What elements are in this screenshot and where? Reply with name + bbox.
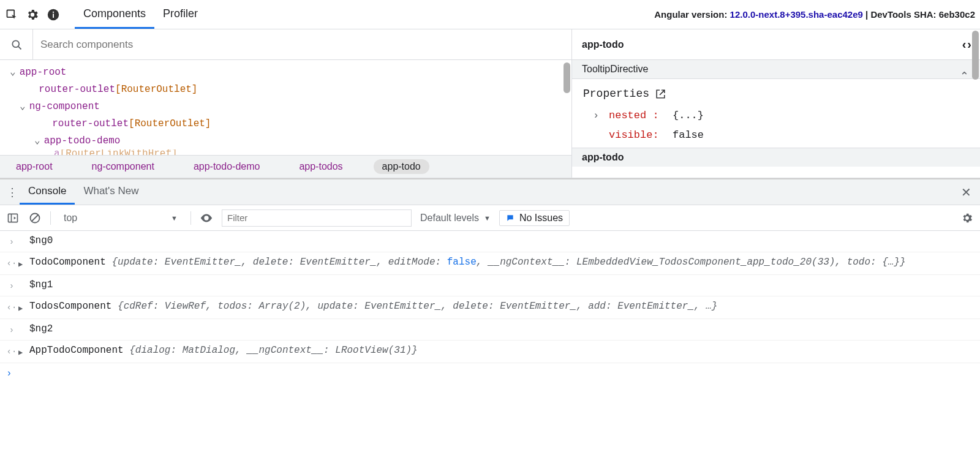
console-input-line: › $ng1: [0, 275, 980, 296]
tab-console[interactable]: Console: [20, 179, 75, 205]
property-row[interactable]: › nested : {...}: [583, 106, 970, 126]
console-output-line: ‹· ▶ AppTodoComponent {dialog: MatDialog…: [0, 341, 980, 363]
output-chevron-icon: ‹·: [5, 342, 18, 360]
more-icon[interactable]: ⋮: [5, 186, 20, 199]
tree-node[interactable]: ⌄ng-component: [5, 98, 571, 115]
context-selector[interactable]: top ▼: [59, 211, 182, 225]
svg-rect-6: [9, 214, 18, 222]
clear-console-icon[interactable]: [28, 211, 42, 225]
selected-component: app-todo: [582, 39, 624, 50]
breadcrumb: app-root ng-component app-todo-demo app-…: [0, 155, 571, 178]
log-levels-selector[interactable]: Default levels ▼: [420, 213, 491, 224]
crumb-item[interactable]: app-todo-demo: [185, 159, 269, 174]
component-tree-pane: ⌄app-root router-outlet[RouterOutlet] ⌄n…: [0, 29, 572, 178]
svg-line-5: [18, 46, 21, 49]
eye-icon[interactable]: [200, 211, 213, 225]
drawer-tabs: ⋮ Console What's New ✕: [0, 179, 980, 205]
version-link[interactable]: 12.0.0-next.8+395.sha-eac42e9: [730, 9, 863, 20]
crumb-item[interactable]: app-todos: [290, 159, 351, 174]
tree-node[interactable]: a[RouterLinkWithHref]: [5, 149, 571, 155]
crumb-item[interactable]: ng-component: [83, 159, 163, 174]
gear-icon[interactable]: [26, 8, 39, 21]
version-info: Angular version: 12.0.0-next.8+395.sha-e…: [654, 9, 975, 20]
console-prompt[interactable]: ›: [0, 363, 980, 384]
sidebar-toggle-icon[interactable]: [6, 211, 20, 225]
props-header: app-todo ‹ ›: [572, 29, 980, 60]
tree-node[interactable]: ⌄app-todo-demo: [5, 132, 571, 149]
close-icon[interactable]: ✕: [957, 185, 975, 200]
tab-whatsnew[interactable]: What's New: [75, 179, 147, 205]
console-input-line: › $ng2: [0, 319, 980, 341]
search-input[interactable]: [33, 39, 571, 51]
top-toolbar: Components Profiler Angular version: 12.…: [0, 0, 980, 29]
open-external-icon[interactable]: [655, 89, 666, 99]
expand-icon[interactable]: ▶: [18, 342, 29, 361]
output-chevron-icon: ‹·: [5, 254, 18, 271]
tree-node[interactable]: router-outlet[RouterOutlet]: [5, 115, 571, 132]
chevron-right-icon[interactable]: ›: [967, 37, 971, 51]
main-split: ⌄app-root router-outlet[RouterOutlet] ⌄n…: [0, 29, 980, 178]
devtools-sha: | DevTools SHA: 6eb30c2: [863, 9, 975, 20]
context-label: top: [64, 213, 77, 224]
chat-icon: [506, 214, 514, 222]
drawer: ⋮ Console What's New ✕ top ▼: [0, 178, 980, 384]
info-icon[interactable]: [47, 8, 60, 21]
input-chevron-icon: ›: [5, 277, 18, 294]
console-input-line: › $ng0: [0, 231, 980, 252]
properties-title: Properties: [583, 84, 649, 104]
crumb-item[interactable]: app-root: [7, 159, 61, 174]
directive-header[interactable]: TooltipDirective: [572, 60, 980, 79]
svg-point-4: [12, 40, 19, 47]
inspect-icon[interactable]: [5, 8, 18, 21]
component-tree[interactable]: ⌄app-root router-outlet[RouterOutlet] ⌄n…: [0, 60, 571, 155]
component-section[interactable]: app-todo: [572, 148, 980, 167]
filter-input[interactable]: [222, 209, 412, 227]
console-toolbar: top ▼ Default levels ▼ No Issues: [0, 205, 980, 231]
crumb-item[interactable]: app-todo: [374, 159, 429, 174]
tree-node[interactable]: router-outlet[RouterOutlet]: [5, 81, 571, 98]
input-chevron-icon: ›: [5, 321, 18, 338]
scrollbar[interactable]: [972, 31, 979, 80]
chevron-down-icon: ▼: [484, 214, 491, 222]
tab-components[interactable]: Components: [75, 0, 154, 29]
version-label: Angular version:: [654, 9, 729, 20]
chevron-down-icon: ▼: [171, 214, 178, 222]
properties-body: Properties › nested : {...} visible: fal…: [572, 79, 980, 148]
properties-pane: app-todo ‹ › TooltipDirective ⌄ Properti…: [572, 29, 980, 178]
scrollbar[interactable]: [564, 62, 570, 93]
console-log[interactable]: › $ng0 ‹· ▶ TodoComponent {update: Event…: [0, 231, 980, 384]
gear-icon[interactable]: [960, 211, 974, 225]
input-chevron-icon: ›: [5, 233, 18, 250]
output-chevron-icon: ‹·: [5, 298, 18, 315]
expand-icon[interactable]: ▶: [18, 254, 29, 273]
console-output-line: ‹· ▶ TodoComponent {update: EventEmitter…: [0, 252, 980, 275]
property-row[interactable]: visible: false: [583, 126, 970, 145]
tree-node[interactable]: ⌄app-root: [5, 64, 571, 81]
svg-line-9: [32, 215, 38, 221]
collapse-icon[interactable]: ⌄: [960, 69, 969, 82]
issues-button[interactable]: No Issues: [499, 210, 570, 226]
chevron-left-icon[interactable]: ‹: [962, 37, 967, 51]
svg-point-3: [53, 11, 54, 12]
svg-rect-2: [53, 13, 54, 18]
search-row: [0, 29, 571, 60]
expand-icon[interactable]: ▶: [18, 298, 29, 317]
chevron-right-icon[interactable]: ›: [593, 106, 600, 126]
search-icon[interactable]: [0, 29, 33, 59]
tab-profiler[interactable]: Profiler: [154, 0, 206, 29]
console-output-line: ‹· ▶ TodosComponent {cdRef: ViewRef, tod…: [0, 296, 980, 319]
